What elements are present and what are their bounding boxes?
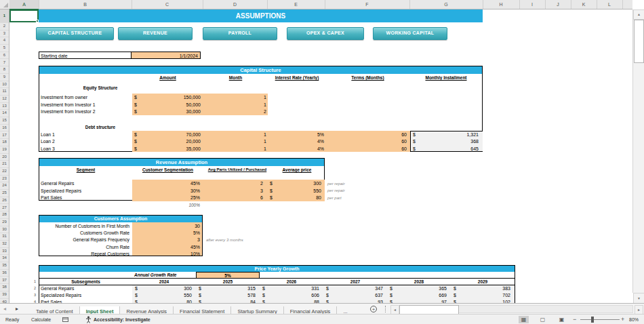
currency-symbol: $ — [454, 285, 456, 292]
subsegment-cell[interactable]: Specialized Repairs — [41, 292, 130, 299]
loan-row-label[interactable]: Loan 3 — [41, 145, 130, 153]
price-value-cell[interactable]: 331 — [269, 285, 319, 292]
equity-row-label[interactable]: Investment from Investor 1 — [41, 101, 130, 108]
equity-amount-cell[interactable]: 150,000 — [141, 94, 201, 101]
view-normal-icon[interactable]: ▦ — [519, 316, 529, 323]
segment-cell[interactable]: General Repairs — [41, 180, 130, 187]
column-header-j[interactable]: J — [545, 0, 571, 9]
working-capital-button[interactable]: WORKING CAPITAL — [373, 27, 447, 40]
loan-amount-cell[interactable]: 35,000 — [141, 145, 201, 153]
price-value-cell[interactable]: 315 — [205, 285, 256, 292]
row-header[interactable]: 40 — [0, 298, 9, 303]
price-value-cell[interactable]: 347 — [333, 285, 383, 292]
subsegment-cell[interactable]: General Repairs — [41, 285, 130, 292]
tab-splitter-handle[interactable] — [385, 306, 386, 312]
column-header-l[interactable]: L — [597, 0, 623, 9]
customer-row-label[interactable]: Repeat Customers — [39, 250, 129, 258]
currency-symbol: $ — [262, 292, 265, 299]
loan-installment-cell[interactable]: 368 — [418, 138, 479, 145]
segmentation-cell[interactable]: 45% — [134, 180, 200, 187]
equity-amount-cell[interactable]: 50,000 — [141, 101, 201, 108]
equity-month-cell[interactable]: 1 — [209, 101, 266, 108]
sheet-nav-right-icon[interactable]: ▸ — [16, 304, 18, 315]
price-row-index: 1 — [28, 278, 36, 285]
column-header-a[interactable]: A — [9, 0, 39, 10]
accessibility-icon[interactable] — [85, 316, 92, 323]
column-header-f[interactable]: F — [325, 0, 410, 9]
status-calculate[interactable]: Calculate — [31, 315, 51, 324]
status-accessibility[interactable]: Accessibility: Investigate — [94, 315, 150, 324]
column-header-e[interactable]: E — [267, 0, 325, 9]
column-header-k[interactable]: K — [571, 0, 597, 9]
price-value-cell[interactable]: 300 — [142, 285, 192, 292]
loan-terms-cell[interactable]: 60 — [338, 145, 407, 153]
price-value-cell[interactable]: 606 — [269, 292, 319, 299]
loan-interest-cell[interactable]: 5% — [243, 131, 324, 138]
segmentation-cell[interactable]: 25% — [134, 194, 200, 201]
zoom-slider-thumb[interactable] — [591, 317, 594, 323]
loan-interest-cell[interactable]: 4% — [243, 138, 324, 145]
equity-row-label[interactable]: Investment from owner — [41, 94, 130, 101]
price-value-cell[interactable]: 550 — [142, 292, 192, 299]
parts-cell[interactable]: 6 — [205, 194, 263, 201]
parts-cell[interactable]: 2 — [205, 180, 263, 187]
column-header-g[interactable]: G — [409, 0, 483, 9]
zoom-level[interactable]: 80% — [629, 315, 639, 324]
revenue-button[interactable]: REVENUE — [118, 27, 193, 40]
loan-terms-cell[interactable]: 60 — [338, 138, 407, 145]
loan-installment-cell[interactable]: 1,321 — [418, 131, 479, 138]
equity-month-cell[interactable]: 1 — [209, 94, 266, 101]
horizontal-scroll-thumb[interactable] — [399, 305, 459, 315]
loan-terms-cell[interactable]: 60 — [338, 131, 407, 138]
hscroll-right-button[interactable]: ► — [635, 305, 643, 315]
annual-growth-rate-input[interactable]: 5% — [196, 272, 260, 279]
macro-record-icon[interactable] — [62, 317, 68, 323]
price-cell[interactable]: 80 — [277, 194, 321, 201]
view-page-layout-icon[interactable]: ▢ — [538, 316, 548, 323]
loan-amount-cell[interactable]: 70,000 — [141, 131, 201, 138]
row-header[interactable]: 1 — [0, 9, 9, 23]
price-value-cell[interactable]: 383 — [460, 285, 510, 292]
loan-installment-cell[interactable]: 645 — [418, 145, 479, 153]
equity-month-cell[interactable]: 2 — [209, 108, 266, 115]
zoom-slider-track[interactable] — [580, 319, 620, 320]
view-page-break-icon[interactable]: ▣ — [557, 316, 567, 323]
select-all-corner[interactable] — [0, 0, 10, 9]
add-sheet-icon[interactable]: + — [370, 306, 377, 312]
payroll-button[interactable]: PAYROLL — [203, 27, 277, 40]
segment-cell[interactable]: Specialized Repairs — [41, 187, 130, 195]
price-value-cell[interactable]: 365 — [397, 285, 447, 292]
price-value-cell[interactable]: 637 — [333, 292, 383, 299]
column-header-b[interactable]: B — [39, 0, 132, 9]
equity-row-label[interactable]: Investment from Investor 2 — [41, 108, 130, 115]
scroll-up-button[interactable]: ▲ — [633, 9, 644, 20]
price-value-cell[interactable]: 669 — [397, 292, 447, 299]
customer-value-cell[interactable]: 10% — [134, 250, 200, 258]
zoom-in-icon[interactable]: + — [621, 315, 624, 324]
column-header-h[interactable]: H — [483, 0, 520, 9]
column-header-d[interactable]: D — [203, 0, 268, 9]
currency-symbol: $ — [199, 285, 201, 292]
capital-structure-button[interactable]: CAPITAL STRUCTURE — [36, 27, 114, 40]
loan-amount-cell[interactable]: 20,000 — [141, 138, 201, 145]
vertical-scroll-thumb[interactable] — [634, 20, 644, 63]
segmentation-cell[interactable]: 30% — [134, 187, 200, 195]
scroll-down-button[interactable]: ▼ — [633, 293, 644, 304]
price-value-cell[interactable]: 702 — [460, 292, 510, 299]
loan-row-label[interactable]: Loan 1 — [41, 131, 130, 138]
loan-row-label[interactable]: Loan 2 — [41, 138, 130, 145]
price-value-cell[interactable]: 578 — [205, 292, 256, 299]
sheet-nav-left-icon[interactable]: ◂ — [3, 304, 6, 315]
price-cell[interactable]: 300 — [277, 180, 321, 187]
opex-capex-button[interactable]: OPEX & CAPEX — [287, 27, 364, 40]
segment-cell[interactable]: Part Sales — [41, 194, 130, 201]
zoom-out-icon[interactable]: − — [573, 315, 576, 324]
loan-interest-cell[interactable]: 4% — [243, 145, 324, 153]
starting-date-input[interactable]: 1/1/2024 — [131, 52, 201, 59]
column-header-c[interactable]: C — [132, 0, 203, 9]
selected-cell-a1[interactable] — [9, 9, 39, 22]
equity-amount-cell[interactable]: 30,000 — [141, 108, 201, 115]
parts-cell[interactable]: 3 — [205, 187, 263, 195]
price-cell[interactable]: 550 — [277, 187, 321, 195]
column-header-i[interactable]: I — [519, 0, 546, 9]
